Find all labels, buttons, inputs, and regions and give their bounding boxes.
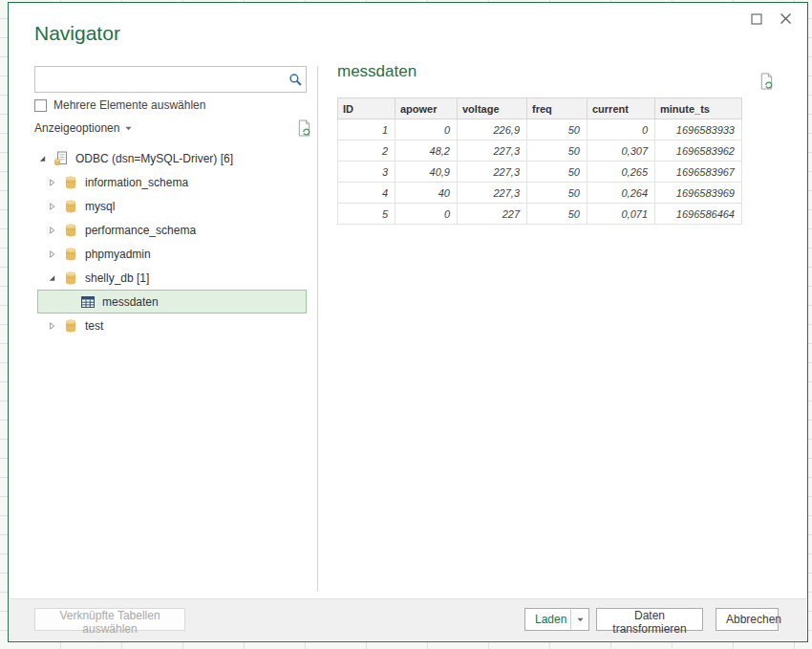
database-icon xyxy=(63,270,79,286)
refresh-tree-icon[interactable] xyxy=(296,119,312,138)
table-cell: 40,9 xyxy=(395,162,458,183)
collapse-toggle-icon[interactable] xyxy=(38,154,53,163)
select-linked-tables-button[interactable]: Verknüpfte Tabellen auswählen xyxy=(34,608,185,631)
table-header-row: IDapowervoltagefreqcurrentminute_ts xyxy=(338,98,742,119)
table-cell: 1696583969 xyxy=(655,183,742,204)
table-cell: 0 xyxy=(395,204,458,225)
load-split-button: Laden xyxy=(524,608,589,631)
tree-item-label: test xyxy=(85,319,103,333)
database-icon xyxy=(63,317,79,334)
pane-divider xyxy=(317,66,318,592)
tree-item-phpmyadmin[interactable]: phpmyadmin xyxy=(37,242,307,266)
load-button[interactable]: Laden xyxy=(524,608,570,631)
tree-item-label: performance_schema xyxy=(85,224,196,237)
navigator-dialog: Navigator Mehrere Elemente auswählen Anz… xyxy=(8,2,808,642)
table-cell: 50 xyxy=(527,119,588,141)
search-input[interactable] xyxy=(35,67,285,92)
expand-toggle-icon[interactable] xyxy=(48,249,63,259)
database-icon xyxy=(63,246,79,262)
preview-title: messdaten xyxy=(337,62,417,81)
tree-item-label: information_schema xyxy=(85,176,188,189)
search-icon[interactable] xyxy=(285,73,306,87)
tree-item-label: shelly_db [1] xyxy=(85,271,149,285)
expand-toggle-icon[interactable] xyxy=(48,178,63,187)
chevron-down-icon xyxy=(577,617,584,622)
window-controls xyxy=(748,11,794,27)
preview-table: IDapowervoltagefreqcurrentminute_ts10226… xyxy=(337,97,742,225)
close-icon[interactable] xyxy=(778,11,794,27)
tree-item-label: messdaten xyxy=(102,295,159,309)
table-cell: 50 xyxy=(527,183,588,204)
column-header-freq: freq xyxy=(527,98,588,119)
refresh-preview-icon[interactable] xyxy=(759,72,775,95)
table-cell: 5 xyxy=(338,204,395,225)
multi-select-row: Mehrere Elemente auswählen xyxy=(34,98,205,112)
database-icon xyxy=(63,222,79,238)
table-cell: 226,9 xyxy=(458,119,527,141)
tree-item-mysql[interactable]: mysql xyxy=(37,194,307,218)
table-cell: 1696586464 xyxy=(655,204,742,225)
table-cell: 50 xyxy=(527,141,588,162)
expand-toggle-icon[interactable] xyxy=(48,321,63,331)
table-row: 340,9227,3500,2651696583967 xyxy=(338,162,742,183)
table-icon xyxy=(80,293,96,310)
table-cell: 1696583967 xyxy=(655,162,742,183)
table-row: 50227500,0711696586464 xyxy=(338,204,742,225)
transform-data-button[interactable]: Daten transformieren xyxy=(596,608,703,631)
footer-bar: Verknüpfte Tabellen auswählen Laden Date… xyxy=(10,598,806,640)
tree-item-performance-schema[interactable]: performance_schema xyxy=(37,218,307,242)
navigation-tree: ODBC (dsn=MySQL-Driver) [6]information_s… xyxy=(37,146,307,337)
display-options-dropdown[interactable]: Anzeigeoptionen xyxy=(34,121,132,135)
tree-item-label: ODBC (dsn=MySQL-Driver) [6] xyxy=(75,152,233,165)
column-header-apower: apower xyxy=(395,98,458,119)
tree-item-messdaten[interactable]: messdaten xyxy=(37,290,307,314)
odbc-source-icon xyxy=(53,150,70,166)
table-row: 248,2227,3500,3071696583962 xyxy=(338,141,742,162)
column-header-minute_ts: minute_ts xyxy=(655,98,742,119)
table-cell: 1696583962 xyxy=(655,141,742,162)
table-cell: 0,264 xyxy=(588,183,655,204)
collapse-toggle-icon[interactable] xyxy=(48,273,63,283)
table-cell: 227,3 xyxy=(458,162,527,183)
table-cell: 227,3 xyxy=(458,183,527,204)
tree-item-odbc-dsn-mysql-driver-6[interactable]: ODBC (dsn=MySQL-Driver) [6] xyxy=(37,146,307,170)
database-icon xyxy=(63,174,79,190)
table-cell: 0,265 xyxy=(588,162,655,183)
column-header-id: ID xyxy=(338,98,395,119)
table-cell: 1696583933 xyxy=(655,119,742,141)
load-dropdown-button[interactable] xyxy=(570,608,589,631)
table-cell: 227 xyxy=(458,204,527,225)
table-cell: 3 xyxy=(338,162,395,183)
tree-item-label: mysql xyxy=(85,200,115,213)
table-cell: 227,3 xyxy=(458,141,527,162)
tree-item-test[interactable]: test xyxy=(37,314,307,337)
table-cell: 0,071 xyxy=(588,204,655,225)
database-icon xyxy=(63,198,79,214)
table-cell: 0 xyxy=(395,119,458,141)
table-cell: 48,2 xyxy=(395,141,458,162)
multi-select-label: Mehrere Elemente auswählen xyxy=(53,98,205,112)
table-cell: 50 xyxy=(527,162,588,183)
tree-item-shelly-db-1[interactable]: shelly_db [1] xyxy=(37,266,307,290)
table-cell: 0 xyxy=(588,119,655,141)
table-cell: 1 xyxy=(338,119,395,141)
display-options-row: Anzeigeoptionen xyxy=(34,119,312,138)
tree-item-information-schema[interactable]: information_schema xyxy=(37,170,307,194)
chevron-down-icon xyxy=(125,126,132,131)
table-cell: 2 xyxy=(338,141,395,162)
search-box xyxy=(34,66,307,93)
table-row: 440227,3500,2641696583969 xyxy=(338,183,742,204)
table-row: 10226,95001696583933 xyxy=(338,119,742,141)
expand-toggle-icon[interactable] xyxy=(48,202,63,211)
multi-select-checkbox[interactable] xyxy=(34,99,47,112)
tree-item-label: phpmyadmin xyxy=(85,248,151,261)
expand-toggle-icon[interactable] xyxy=(48,226,63,235)
table-cell: 50 xyxy=(527,204,588,225)
table-cell: 0,307 xyxy=(588,141,655,162)
column-header-voltage: voltage xyxy=(458,98,527,119)
table-cell: 40 xyxy=(395,183,458,204)
cancel-button[interactable]: Abbrechen xyxy=(716,608,779,631)
maximize-icon[interactable] xyxy=(748,11,764,27)
column-header-current: current xyxy=(588,98,655,119)
table-cell: 4 xyxy=(338,183,395,204)
